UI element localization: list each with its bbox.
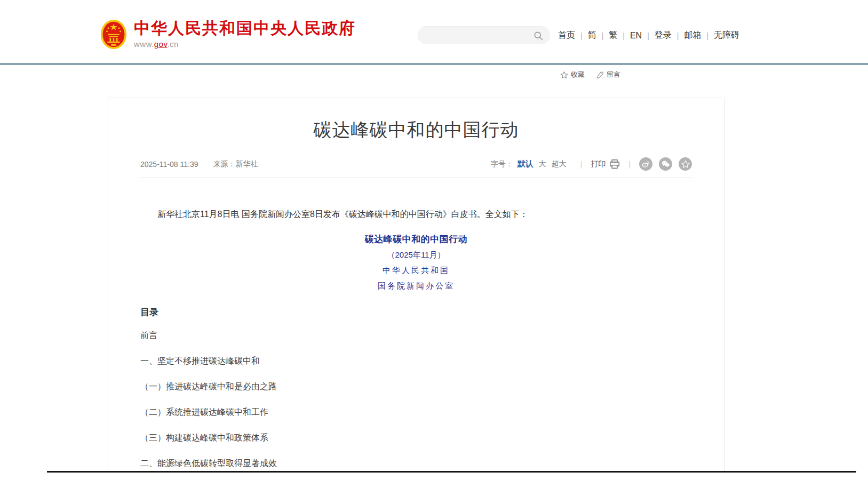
fontsize-default-button[interactable]: 默认 bbox=[517, 159, 533, 169]
nav-link-mail[interactable]: 邮箱 bbox=[684, 30, 701, 41]
article-meta-bar: 2025-11-08 11:39 来源：新华社 字号： 默认 大 超大 | 打印 bbox=[140, 157, 692, 178]
meta-divider: | bbox=[628, 160, 631, 169]
header-divider-rule bbox=[0, 63, 868, 65]
site-title: 中华人民共和国中央人民政府 bbox=[134, 19, 356, 37]
search-icon[interactable] bbox=[533, 30, 544, 41]
table-of-contents: 目录 前言 一、坚定不移推进碳达峰碳中和 （一）推进碳达峰碳中和是必由之路 （二… bbox=[140, 306, 692, 471]
print-button[interactable]: 打印 bbox=[591, 159, 620, 169]
nav-divider: | bbox=[706, 31, 708, 40]
url-cn: .cn bbox=[167, 39, 179, 49]
national-emblem-logo bbox=[100, 19, 127, 50]
article-title: 碳达峰碳中和的中国行动 bbox=[108, 118, 724, 142]
star-icon bbox=[560, 71, 568, 79]
comment-link[interactable]: 留言 bbox=[596, 70, 620, 79]
source-label: 来源： bbox=[213, 159, 235, 168]
source-value: 新华社 bbox=[235, 159, 258, 168]
toc-item: 二、能源绿色低碳转型取得显著成效 bbox=[140, 458, 692, 469]
url-www: www. bbox=[134, 39, 154, 49]
site-header: 中华人民共和国中央人民政府 www.gov.cn 首页 | 简 | 繁 | EN… bbox=[0, 0, 868, 63]
nav-link-traditional[interactable]: 繁 bbox=[609, 30, 617, 41]
toc-item: （二）系统推进碳达峰碳中和工作 bbox=[140, 407, 692, 418]
document-title: 碳达峰碳中和的中国行动 bbox=[108, 233, 724, 245]
intro-paragraph: 新华社北京11月8日电 国务院新闻办公室8日发布《碳达峰碳中和的中国行动》白皮书… bbox=[140, 207, 692, 221]
fontsize-xlarge-button[interactable]: 超大 bbox=[552, 159, 567, 169]
nav-divider: | bbox=[647, 31, 649, 40]
favorite-label: 收藏 bbox=[571, 70, 585, 79]
favorite-link[interactable]: 收藏 bbox=[560, 70, 585, 79]
nav-link-accessibility[interactable]: 无障碍 bbox=[714, 30, 739, 41]
share-qzone-button[interactable] bbox=[679, 157, 692, 171]
publish-date: 2025-11-08 11:39 bbox=[140, 160, 198, 169]
document-heading: 碳达峰碳中和的中国行动 （2025年11月） 中华人民共和国 国务院新闻办公室 bbox=[108, 233, 724, 291]
brand[interactable]: 中华人民共和国中央人民政府 www.gov.cn bbox=[100, 19, 356, 50]
star-badge-icon bbox=[681, 160, 690, 169]
fontsize-large-button[interactable]: 大 bbox=[539, 159, 546, 169]
article-meta-left: 2025-11-08 11:39 来源：新华社 bbox=[140, 159, 258, 169]
print-label: 打印 bbox=[591, 159, 606, 169]
share-weibo-button[interactable] bbox=[639, 157, 652, 171]
search-input[interactable] bbox=[427, 27, 531, 44]
weibo-icon bbox=[641, 159, 650, 169]
page-actions: 收藏 留言 bbox=[560, 70, 620, 79]
wechat-icon bbox=[661, 159, 670, 169]
article-card: 碳达峰碳中和的中国行动 2025-11-08 11:39 来源：新华社 字号： … bbox=[108, 98, 724, 471]
meta-divider: | bbox=[580, 160, 583, 169]
nav-divider: | bbox=[602, 31, 604, 40]
nav-divider: | bbox=[677, 31, 679, 40]
site-url[interactable]: www.gov.cn bbox=[134, 39, 356, 49]
document-author-line: 中华人民共和国 bbox=[108, 266, 724, 276]
toc-item: （一）推进碳达峰碳中和是必由之路 bbox=[140, 381, 692, 393]
printer-icon bbox=[609, 159, 620, 169]
toc-item: （三）构建碳达峰碳中和政策体系 bbox=[140, 433, 692, 444]
share-wechat-button[interactable] bbox=[659, 157, 672, 171]
brand-text: 中华人民共和国中央人民政府 www.gov.cn bbox=[134, 19, 356, 49]
nav-divider: | bbox=[623, 31, 625, 40]
toc-heading: 目录 bbox=[140, 306, 692, 318]
page: 中华人民共和国中央人民政府 www.gov.cn 首页 | 简 | 繁 | EN… bbox=[0, 0, 868, 488]
document-date: （2025年11月） bbox=[108, 250, 724, 260]
nav-divider: | bbox=[580, 31, 583, 40]
fontsize-label: 字号： bbox=[491, 159, 513, 169]
source: 来源：新华社 bbox=[213, 159, 258, 169]
nav-link-home[interactable]: 首页 bbox=[558, 30, 575, 41]
toc-item: 一、坚定不移推进碳达峰碳中和 bbox=[140, 356, 692, 367]
comment-label: 留言 bbox=[607, 70, 620, 79]
nav-link-login[interactable]: 登录 bbox=[655, 30, 672, 41]
article-meta-right: 字号： 默认 大 超大 | 打印 | bbox=[491, 157, 692, 171]
document-author-line: 国务院新闻办公室 bbox=[108, 281, 724, 291]
toc-item: 前言 bbox=[140, 330, 692, 341]
url-gov: gov bbox=[154, 39, 168, 49]
pencil-icon bbox=[596, 71, 604, 78]
search-box[interactable] bbox=[418, 26, 550, 44]
top-nav: 首页 | 简 | 繁 | EN | 登录 | 邮箱 | 无障碍 bbox=[558, 30, 739, 41]
screenshot-bottom-edge bbox=[47, 471, 856, 473]
nav-link-simplified[interactable]: 简 bbox=[588, 30, 596, 41]
nav-link-english[interactable]: EN bbox=[630, 31, 642, 41]
